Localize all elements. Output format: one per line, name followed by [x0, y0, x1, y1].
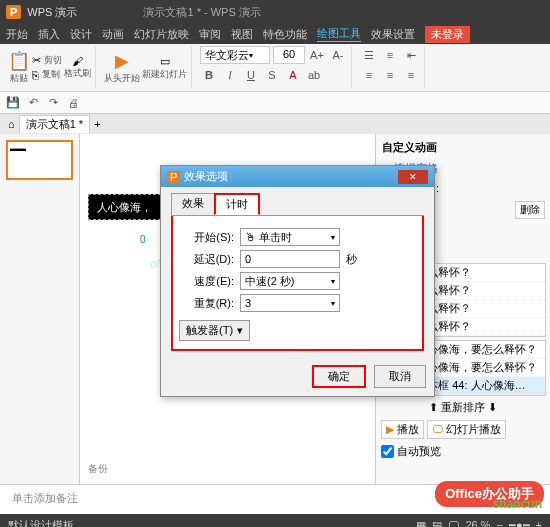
align-center-icon[interactable]: ≡ [381, 66, 399, 84]
play-from-start-icon[interactable]: ▶ [104, 50, 140, 72]
app-logo: P [6, 5, 21, 19]
zoom-level: 26 % [465, 519, 490, 527]
dialog-titlebar[interactable]: P 效果选项 ✕ [161, 166, 434, 187]
copy-icon[interactable]: ⎘ [32, 69, 39, 81]
menu-bar: 开始 插入 设计 动画 幻灯片放映 审阅 视图 特色功能 绘图工具 效果设置 未… [0, 24, 550, 44]
tab-timing[interactable]: 计时 [214, 193, 260, 215]
menu-drawtools[interactable]: 绘图工具 [317, 26, 361, 42]
title-bar: P WPS 演示 演示文稿1 * - WPS 演示 [0, 0, 550, 24]
undo-icon[interactable]: ↶ [24, 94, 42, 112]
dialog-footer: 确定 取消 [161, 357, 434, 396]
text-box-content: 人心像海， [97, 201, 152, 213]
view-slideshow-icon[interactable]: 🖵 [448, 519, 459, 527]
slideshow-button[interactable]: 🖵 幻灯片播放 [427, 420, 506, 439]
print-icon[interactable]: 🖨 [64, 94, 82, 112]
trigger-button[interactable]: 触发器(T) ▾ [179, 320, 250, 341]
delay-label: 延迟(D): [179, 252, 234, 267]
text-box[interactable]: 人心像海， [88, 194, 161, 220]
menu-effects[interactable]: 效果设置 [371, 27, 415, 42]
ok-button[interactable]: 确定 [312, 365, 366, 388]
numbering-icon[interactable]: ≡ [381, 46, 399, 64]
menu-view[interactable]: 视图 [231, 27, 253, 42]
save-icon[interactable]: 💾 [4, 94, 22, 112]
font-size-select[interactable]: 60 [273, 46, 305, 64]
close-icon[interactable]: ✕ [398, 170, 428, 184]
speed-select[interactable]: 中速(2 秒)▾ [240, 272, 340, 290]
app-name: WPS 演示 [27, 5, 77, 20]
paste-icon[interactable]: 📋 [8, 50, 30, 72]
menu-start[interactable]: 开始 [6, 27, 28, 42]
cut-label: 剪切 [44, 54, 62, 67]
view-normal-icon[interactable]: ▦ [416, 519, 426, 528]
pane-title: 自定义动画 [380, 138, 546, 157]
repeat-label: 重复(R): [179, 296, 234, 311]
reorder-up-icon[interactable]: ⬆ [429, 401, 438, 414]
increase-font-icon[interactable]: A+ [308, 46, 326, 64]
view-sorter-icon[interactable]: ▤ [432, 519, 442, 528]
indent-dec-icon[interactable]: ⇤ [402, 46, 420, 64]
zoom-slider[interactable]: ━●━ [509, 519, 530, 528]
menu-features[interactable]: 特色功能 [263, 27, 307, 42]
reorder-label: 重新排序 [441, 400, 485, 415]
clipboard-group: 📋 粘贴 ✂剪切 ⎘复制 🖌 格式刷 [4, 46, 96, 89]
slide-thumb-1[interactable]: ▬▬ [6, 140, 73, 180]
new-tab-icon[interactable]: + [94, 118, 100, 130]
cut-icon[interactable]: ✂ [32, 54, 41, 67]
format-painter-icon[interactable]: 🖌 [64, 55, 91, 67]
start-select[interactable]: 🖱 单击时▾ [240, 228, 340, 246]
decrease-font-icon[interactable]: A- [329, 46, 347, 64]
menu-design[interactable]: 设计 [70, 27, 92, 42]
font-color-icon[interactable]: A [284, 66, 302, 84]
auto-preview-label: 自动预览 [397, 444, 441, 459]
menu-slideshow[interactable]: 幻灯片放映 [134, 27, 189, 42]
tab-strip: ⌂ 演示文稿1 * + [0, 114, 550, 134]
login-button[interactable]: 未登录 [425, 26, 470, 43]
anim-marker-0a: 0 [140, 234, 146, 245]
document-tab[interactable]: 演示文稿1 * [19, 115, 90, 133]
template-label: 默认设计模板 [8, 518, 74, 528]
repeat-select[interactable]: 3▾ [240, 294, 340, 312]
quick-access-bar: 💾 ↶ ↷ 🖨 [0, 92, 550, 114]
zoom-out-icon[interactable]: − [496, 519, 502, 527]
menu-insert[interactable]: 插入 [38, 27, 60, 42]
cancel-button[interactable]: 取消 [374, 365, 426, 388]
redo-icon[interactable]: ↷ [44, 94, 62, 112]
tab-effect[interactable]: 效果 [171, 193, 215, 215]
new-slide-icon[interactable]: ▭ [142, 55, 187, 68]
speed-label: 速度(E): [179, 274, 234, 289]
menu-review[interactable]: 审阅 [199, 27, 221, 42]
delay-unit: 秒 [346, 252, 357, 267]
align-right-icon[interactable]: ≡ [402, 66, 420, 84]
menu-animation[interactable]: 动画 [102, 27, 124, 42]
underline-icon[interactable]: U [242, 66, 260, 84]
home-tab-icon[interactable]: ⌂ [8, 118, 15, 130]
copy-label: 复制 [42, 68, 60, 81]
new-slide-label: 新建幻灯片 [142, 68, 187, 81]
overlay-watermark: shancun [493, 497, 542, 511]
delay-input[interactable] [240, 250, 340, 268]
dialog-logo-icon: P [167, 171, 180, 183]
slide-thumbnails: ▬▬ [0, 134, 80, 484]
remove-effect-button[interactable]: 删除 [515, 201, 545, 219]
paragraph-group: ☰ ≡ ⇤ ≡ ≡ ≡ [356, 46, 425, 89]
dialog-title-text: 效果选项 [184, 169, 228, 184]
italic-icon[interactable]: I [221, 66, 239, 84]
backup-label: 备份 [88, 462, 108, 476]
ribbon: 📋 粘贴 ✂剪切 ⎘复制 🖌 格式刷 ▶ 从头开始 ▭ 新建幻灯片 华文彩云▾ … [0, 44, 550, 92]
zoom-in-icon[interactable]: + [536, 519, 542, 527]
strike-icon[interactable]: S [263, 66, 281, 84]
play-button[interactable]: ▶ 播放 [381, 420, 424, 439]
align-left-icon[interactable]: ≡ [360, 66, 378, 84]
bold-icon[interactable]: B [200, 66, 218, 84]
font-group: 华文彩云▾ 60 A+ A- B I U S A ab [196, 46, 352, 89]
font-family-select[interactable]: 华文彩云▾ [200, 46, 270, 64]
format-painter-label: 格式刷 [64, 67, 91, 80]
highlight-icon[interactable]: ab [305, 66, 323, 84]
play-from-start-label: 从头开始 [104, 72, 140, 85]
effect-options-dialog: P 效果选项 ✕ 效果 计时 开始(S): 🖱 单击时▾ 延迟(D): 秒 速度… [160, 165, 435, 397]
document-title: 演示文稿1 * - WPS 演示 [143, 5, 260, 20]
reorder-down-icon[interactable]: ⬇ [488, 401, 497, 414]
bullets-icon[interactable]: ☰ [360, 46, 378, 64]
auto-preview-checkbox[interactable] [381, 445, 394, 458]
start-label: 开始(S): [179, 230, 234, 245]
